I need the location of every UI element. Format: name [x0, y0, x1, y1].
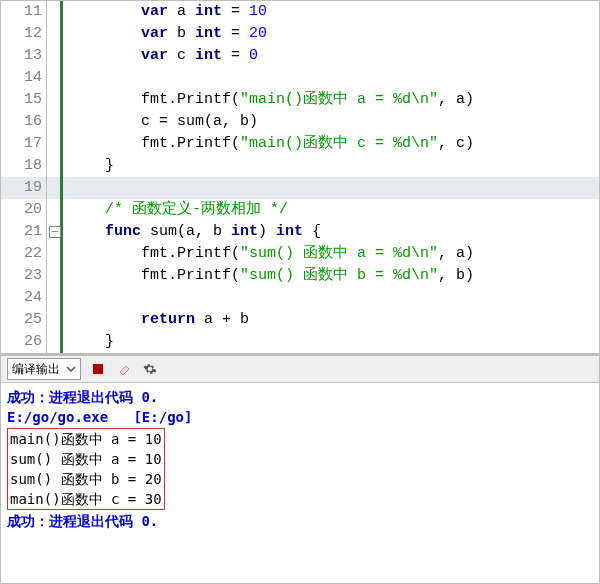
code-text: }: [63, 331, 599, 353]
code-line[interactable]: 22 fmt.Printf("sum() 函数中 a = %d\n", a): [1, 243, 599, 265]
line-number: 18: [1, 155, 47, 177]
output-highlight-box: main()函数中 a = 10 sum() 函数中 a = 10 sum() …: [7, 428, 165, 510]
output-status-line: 成功：进程退出代码 0.: [7, 511, 593, 531]
code-text: [63, 67, 599, 89]
fold-gutter: [47, 23, 63, 45]
line-number: 15: [1, 89, 47, 111]
gear-icon: [143, 362, 157, 376]
output-text[interactable]: 成功：进程退出代码 0. E:/go/go.exe [E:/go] main()…: [1, 383, 599, 583]
code-text: var a int = 10: [63, 1, 599, 23]
settings-button[interactable]: [141, 360, 159, 378]
fold-gutter: [47, 155, 63, 177]
code-line[interactable]: 21 func sum(a, b int) int {: [1, 221, 599, 243]
code-line[interactable]: 24: [1, 287, 599, 309]
stop-icon: [92, 363, 104, 375]
output-toolbar: 编译输出: [1, 356, 599, 383]
chevron-down-icon: [66, 364, 76, 374]
code-text: fmt.Printf("sum() 函数中 a = %d\n", a): [63, 243, 599, 265]
code-line[interactable]: 15 fmt.Printf("main()函数中 a = %d\n", a): [1, 89, 599, 111]
output-panel: 编译输出 成功：进程退出代码 0. E:/go/go.exe [E:/go] m…: [1, 354, 599, 583]
line-number: 26: [1, 331, 47, 353]
code-line[interactable]: 16 c = sum(a, b): [1, 111, 599, 133]
fold-gutter: [47, 243, 63, 265]
fold-gutter: [47, 1, 63, 23]
line-number: 23: [1, 265, 47, 287]
line-number: 17: [1, 133, 47, 155]
fold-gutter: [47, 133, 63, 155]
window: 11 var a int = 1012 var b int = 2013 var…: [0, 0, 600, 584]
code-line[interactable]: 12 var b int = 20: [1, 23, 599, 45]
code-line[interactable]: 13 var c int = 0: [1, 45, 599, 67]
code-line[interactable]: 20 /* 函数定义-两数相加 */: [1, 199, 599, 221]
fold-toggle-icon[interactable]: [47, 221, 63, 243]
line-number: 16: [1, 111, 47, 133]
line-number: 12: [1, 23, 47, 45]
stop-button[interactable]: [89, 360, 107, 378]
code-line[interactable]: 19: [1, 177, 599, 199]
output-status-line: 成功：进程退出代码 0.: [7, 387, 593, 407]
code-text: c = sum(a, b): [63, 111, 599, 133]
code-line[interactable]: 26 }: [1, 331, 599, 353]
code-text: [63, 287, 599, 309]
line-number: 14: [1, 67, 47, 89]
line-number: 13: [1, 45, 47, 67]
fold-gutter: [47, 265, 63, 287]
code-text: /* 函数定义-两数相加 */: [63, 199, 599, 221]
code-text: [63, 177, 599, 199]
eraser-icon: [117, 362, 131, 376]
fold-gutter: [47, 287, 63, 309]
code-text: fmt.Printf("main()函数中 c = %d\n", c): [63, 133, 599, 155]
output-line: main()函数中 c = 30: [10, 489, 162, 509]
code-line[interactable]: 25 return a + b: [1, 309, 599, 331]
code-line[interactable]: 18 }: [1, 155, 599, 177]
code-text: return a + b: [63, 309, 599, 331]
output-line: sum() 函数中 b = 20: [10, 469, 162, 489]
fold-gutter: [47, 67, 63, 89]
output-exe-path: E:/go/go.exe [E:/go]: [7, 407, 593, 427]
code-editor[interactable]: 11 var a int = 1012 var b int = 2013 var…: [1, 1, 599, 354]
line-number: 19: [1, 177, 47, 199]
code-text: fmt.Printf("main()函数中 a = %d\n", a): [63, 89, 599, 111]
fold-gutter: [47, 111, 63, 133]
code-text: }: [63, 155, 599, 177]
line-number: 22: [1, 243, 47, 265]
output-line: main()函数中 a = 10: [10, 429, 162, 449]
fold-gutter: [47, 45, 63, 67]
line-number: 20: [1, 199, 47, 221]
fold-gutter: [47, 177, 63, 199]
code-text: var b int = 20: [63, 23, 599, 45]
code-text: var c int = 0: [63, 45, 599, 67]
line-number: 11: [1, 1, 47, 23]
code-line[interactable]: 23 fmt.Printf("sum() 函数中 b = %d\n", b): [1, 265, 599, 287]
fold-gutter: [47, 199, 63, 221]
fold-gutter: [47, 331, 63, 353]
code-line[interactable]: 14: [1, 67, 599, 89]
fold-gutter: [47, 309, 63, 331]
output-tab-select[interactable]: 编译输出: [7, 358, 81, 380]
line-number: 24: [1, 287, 47, 309]
code-line[interactable]: 17 fmt.Printf("main()函数中 c = %d\n", c): [1, 133, 599, 155]
svg-rect-0: [93, 364, 103, 374]
line-number: 25: [1, 309, 47, 331]
line-number: 21: [1, 221, 47, 243]
fold-gutter: [47, 89, 63, 111]
code-text: fmt.Printf("sum() 函数中 b = %d\n", b): [63, 265, 599, 287]
clear-button[interactable]: [115, 360, 133, 378]
code-text: func sum(a, b int) int {: [63, 221, 599, 243]
output-line: sum() 函数中 a = 10: [10, 449, 162, 469]
output-tab-label: 编译输出: [12, 361, 60, 378]
code-line[interactable]: 11 var a int = 10: [1, 1, 599, 23]
